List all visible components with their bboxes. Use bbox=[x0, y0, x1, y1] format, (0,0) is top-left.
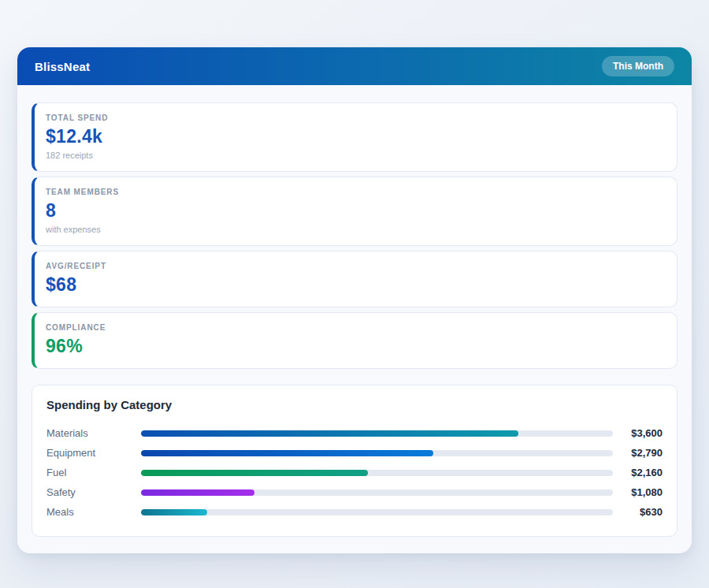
chart-row-value: $2,160 bbox=[620, 467, 663, 478]
chart-row-value: $3,600 bbox=[620, 427, 663, 439]
app-header: BlissNeat This Month bbox=[17, 47, 692, 85]
stat-card: TEAM MEMBERS 8 with expenses bbox=[32, 177, 677, 246]
stat-value: $12.4k bbox=[46, 126, 664, 147]
chart-row-label: Equipment bbox=[46, 447, 141, 459]
stat-value: 8 bbox=[46, 200, 664, 221]
chart-row-track bbox=[141, 489, 613, 496]
chart-row-track bbox=[141, 509, 613, 515]
chart-row-label: Meals bbox=[46, 506, 141, 518]
stat-card: COMPLIANCE 96% bbox=[32, 312, 677, 369]
chart-row-value: $630 bbox=[620, 506, 663, 518]
stat-label: TOTAL SPEND bbox=[46, 114, 664, 122]
stat-value: $68 bbox=[46, 274, 664, 296]
stat-value: 96% bbox=[46, 336, 664, 357]
stat-subtext: 182 receipts bbox=[46, 151, 664, 160]
stat-card: AVG/RECEIPT $68 bbox=[32, 251, 677, 307]
chart-row-label: Safety bbox=[46, 486, 141, 498]
chart-row-bar bbox=[141, 489, 254, 496]
app-title: BlissNeat bbox=[35, 60, 90, 73]
chart-row-bar bbox=[141, 470, 368, 476]
chart-row-value: $2,790 bbox=[620, 447, 663, 459]
chart-row-track bbox=[141, 450, 613, 456]
chart-row-label: Fuel bbox=[46, 467, 141, 478]
chart-row: Materials $3,600 bbox=[46, 423, 663, 443]
chart-row-bar bbox=[141, 450, 433, 456]
chart-row: Fuel $2,160 bbox=[46, 463, 663, 482]
chart-rows: Materials $3,600 Equipment $2,790 Fuel $… bbox=[46, 423, 663, 522]
chart-row-bar bbox=[141, 430, 518, 437]
dashboard-content: TOTAL SPEND $12.4k 182 receipts TEAM MEM… bbox=[17, 85, 692, 553]
stat-card: TOTAL SPEND $12.4k 182 receipts bbox=[32, 102, 677, 172]
chart-row-label: Materials bbox=[46, 427, 141, 439]
stat-label: AVG/RECEIPT bbox=[46, 262, 664, 270]
dashboard-card: BlissNeat This Month TOTAL SPEND $12.4k … bbox=[17, 47, 692, 553]
chart-row-track bbox=[141, 470, 613, 476]
stats-list: TOTAL SPEND $12.4k 182 receipts TEAM MEM… bbox=[32, 102, 677, 369]
chart-row: Meals $630 bbox=[46, 502, 663, 522]
chart-row: Safety $1,080 bbox=[46, 482, 663, 502]
chart-row-track bbox=[141, 430, 613, 437]
chart-title: Spending by Category bbox=[46, 398, 663, 411]
chart-row-bar bbox=[141, 509, 207, 515]
period-badge[interactable]: This Month bbox=[602, 56, 674, 76]
stat-label: TEAM MEMBERS bbox=[46, 188, 664, 196]
stat-subtext: with expenses bbox=[46, 225, 664, 234]
chart-row-value: $1,080 bbox=[620, 486, 663, 498]
stat-label: COMPLIANCE bbox=[46, 323, 664, 332]
spending-chart-card: Spending by Category Materials $3,600 Eq… bbox=[32, 385, 677, 537]
chart-row: Equipment $2,790 bbox=[46, 443, 663, 463]
